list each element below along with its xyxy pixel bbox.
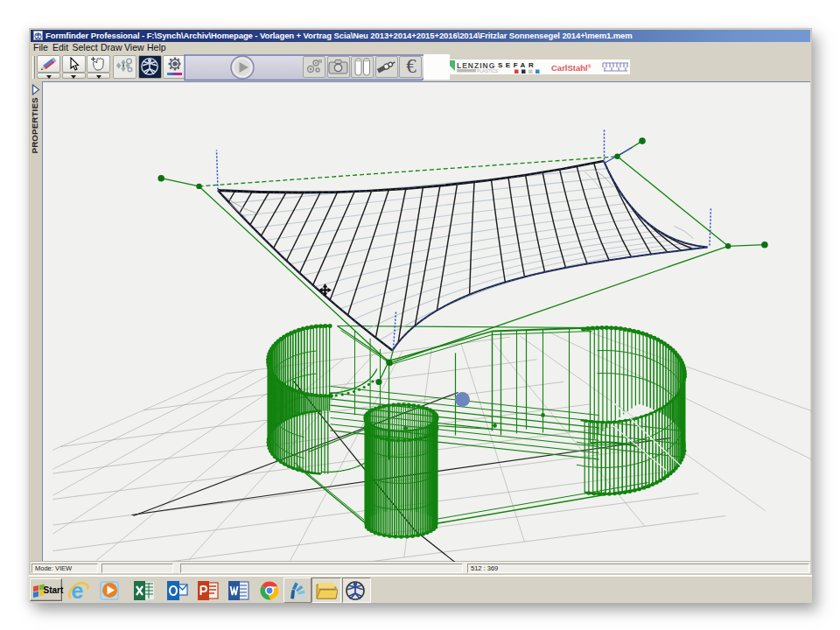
svg-text:SEFAR: SEFAR <box>498 61 536 69</box>
svg-text:PLASTICS: PLASTICS <box>477 68 499 74</box>
